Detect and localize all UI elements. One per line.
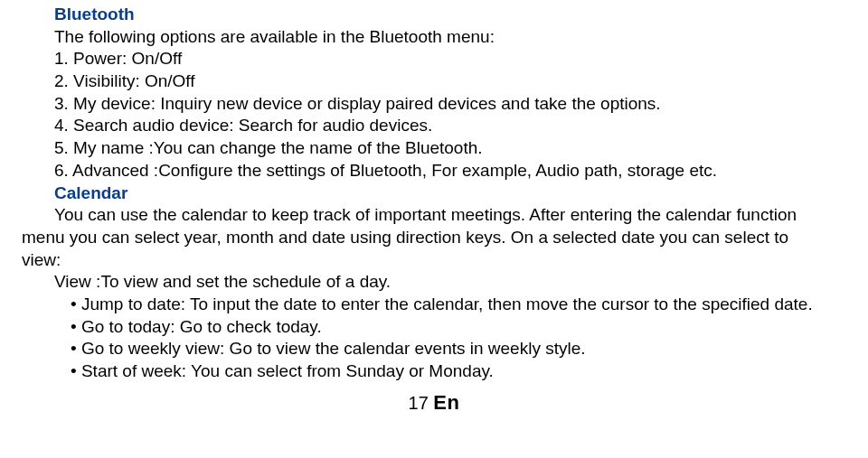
bullet-go-to-weekly: Go to weekly view: Go to view the calend… [71,338,846,360]
option-6: 6. Advanced :Configure the settings of B… [22,160,846,182]
calendar-para-line3: view: [22,249,846,272]
option-3: 3. My device: Inquiry new device or disp… [22,93,846,116]
calendar-view-line: View :To view and set the schedule of a … [22,271,846,294]
section-title-calendar: Calendar [22,182,846,205]
lang-indicator: En [433,391,459,414]
option-1: 1. Power: On/Off [22,48,846,70]
calendar-para-line1: You can use the calendar to keep track o… [22,204,846,227]
bullet-jump-to-date: Jump to date: To input the date to enter… [71,294,846,316]
section-title-bluetooth: Bluetooth [22,4,846,26]
page-footer: 17 En [22,390,846,416]
intro-text: The following options are available in t… [22,26,846,49]
bullet-go-to-today: Go to today: Go to check today. [71,316,846,339]
option-2: 2. Visibility: On/Off [22,70,846,93]
calendar-bullet-list: Jump to date: To input the date to enter… [22,294,846,383]
bullet-start-of-week: Start of week: You can select from Sunda… [71,360,846,383]
option-4: 4. Search audio device: Search for audio… [22,115,846,137]
calendar-para-line2: menu you can select year, month and date… [22,227,846,249]
option-5: 5. My name :You can change the name of t… [22,137,846,160]
page-number: 17 [409,393,429,413]
